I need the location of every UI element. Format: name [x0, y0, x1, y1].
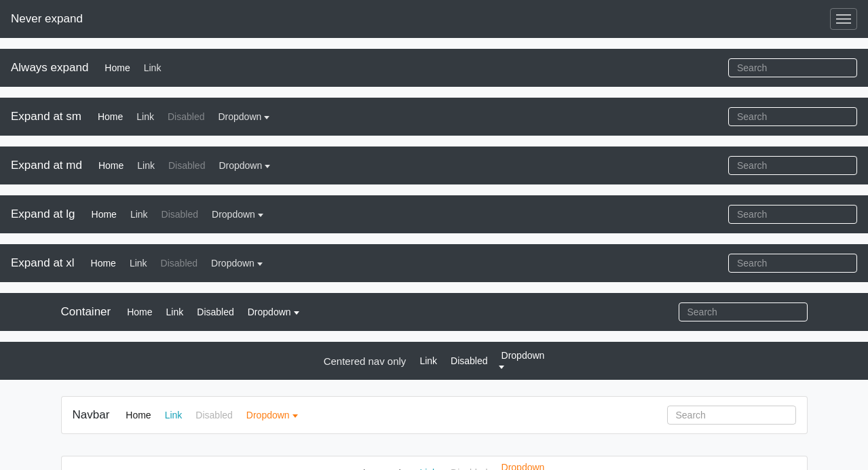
- navbar-light-wrapper: Navbar Home Link Disabled Dropdown: [61, 396, 808, 434]
- navbar-expand-lg-right: [728, 205, 857, 224]
- toggler-line: [836, 22, 851, 24]
- navbar-light-nav: Home Link Disabled Dropdown: [120, 410, 666, 420]
- nav-item-dropdown: Dropdown: [496, 350, 545, 372]
- nav-link-dropdown[interactable]: Dropdown: [242, 302, 305, 321]
- nav-item-home: Home: [121, 307, 157, 317]
- nav-link-home[interactable]: Home: [93, 156, 129, 175]
- navbar-centered-dark: Centered nav only Link Disabled Dropdown: [0, 342, 868, 380]
- nav-link-disabled: Disabled: [155, 254, 203, 273]
- nav-link-dropdown[interactable]: Dropdown: [496, 346, 545, 376]
- nav-link-dropdown[interactable]: Dropdown: [206, 205, 269, 224]
- nav-link-disabled: Disabled: [445, 463, 493, 470]
- nav-link-home[interactable]: Home: [86, 254, 121, 273]
- spacer-5: [0, 233, 868, 244]
- nav-link-dropdown[interactable]: Dropdown: [496, 458, 545, 470]
- nav-link-home[interactable]: Home: [121, 302, 157, 321]
- nav-link-link[interactable]: Link: [132, 156, 160, 175]
- navbar-light-brand: Navbar: [73, 408, 110, 422]
- navbar-light-right: [667, 406, 796, 425]
- navbar-expand-lg-brand: Expand at lg: [11, 208, 75, 221]
- toggler-line: [836, 14, 851, 16]
- nav-link-link[interactable]: Link: [161, 302, 189, 321]
- search-input-light[interactable]: [667, 406, 796, 425]
- nav-item-home: Home: [92, 111, 128, 122]
- navbar-expand-sm-right: [728, 107, 857, 126]
- nav-link-dropdown[interactable]: Dropdown: [213, 156, 276, 175]
- nav-link-dropdown[interactable]: Dropdown: [212, 107, 275, 126]
- nav-item-disabled: Disabled: [191, 307, 239, 317]
- nav-item-link: Link: [414, 355, 442, 366]
- nav-link-link[interactable]: Link: [159, 406, 188, 425]
- nav-item-disabled: Disabled: [162, 111, 210, 122]
- search-input-expand-sm[interactable]: [728, 107, 857, 126]
- search-input-always-expand[interactable]: [728, 58, 857, 77]
- nav-link-link[interactable]: Link: [131, 107, 159, 126]
- light-navbar-section: Navbar Home Link Disabled Dropdown: [0, 391, 868, 439]
- nav-link-disabled: Disabled: [162, 107, 210, 126]
- navbar-expand-md-right: [728, 156, 857, 175]
- spacer-6: [0, 282, 868, 293]
- navbar-expand-sm: Expand at sm Home Link Disabled Dropdown: [0, 98, 868, 136]
- nav-link-disabled: Disabled: [191, 302, 239, 321]
- navbar-container-nav: Home Link Disabled Dropdown: [121, 307, 678, 317]
- nav-item-link: Link: [132, 160, 160, 171]
- nav-link-link[interactable]: Link: [124, 254, 153, 273]
- nav-item-link: Link: [131, 111, 159, 122]
- nav-link-dropdown[interactable]: Dropdown: [206, 254, 268, 273]
- nav-link-home[interactable]: Home: [99, 58, 135, 77]
- toggler-line: [836, 18, 851, 20]
- nav-link-link[interactable]: Link: [138, 58, 167, 77]
- navbar-expand-sm-nav: Home Link Disabled Dropdown: [92, 111, 728, 122]
- navbar-expand-xl: Expand at xl Home Link Disabled Dropdown: [0, 244, 868, 282]
- nav-link-dropdown[interactable]: Dropdown: [241, 406, 303, 425]
- navbar-always-expand-brand: Always expand: [11, 61, 88, 75]
- navbar-light-centered-nav: Link Disabled Dropdown: [414, 462, 544, 470]
- nav-item-link: Link: [125, 209, 153, 220]
- nav-item-link: Link: [161, 307, 189, 317]
- nav-item-dropdown: Dropdown: [242, 307, 305, 317]
- navbar-light-centered-wrapper: Centered nav only Link Disabled Dropdown: [61, 456, 808, 470]
- nav-link-disabled: Disabled: [156, 205, 204, 224]
- search-input-expand-xl[interactable]: [728, 254, 857, 273]
- navbar-expand-lg-nav: Home Link Disabled Dropdown: [86, 209, 728, 220]
- light-centered-navbar-section: Centered nav only Link Disabled Dropdown: [0, 450, 868, 470]
- spacer-1: [0, 38, 868, 49]
- nav-item-dropdown: Dropdown: [496, 462, 545, 470]
- nav-item-link: Link: [124, 258, 153, 269]
- nav-link-home[interactable]: Home: [92, 107, 128, 126]
- nav-item-link: Link: [414, 467, 442, 470]
- navbar-expand-md-nav: Home Link Disabled Dropdown: [93, 160, 728, 171]
- search-input-expand-lg[interactable]: [728, 205, 857, 224]
- navbar-toggler[interactable]: [830, 8, 857, 30]
- nav-item-home: Home: [86, 209, 122, 220]
- navbar-never-expand-brand: Never expand: [11, 12, 83, 26]
- search-input-expand-md[interactable]: [728, 156, 857, 175]
- nav-item-home: Home: [120, 410, 156, 420]
- nav-link-home[interactable]: Home: [86, 205, 122, 224]
- spacer-2: [0, 87, 868, 98]
- nav-item-disabled: Disabled: [445, 467, 493, 470]
- nav-item-disabled: Disabled: [445, 355, 493, 366]
- nav-link-link[interactable]: Link: [414, 351, 442, 370]
- navbar-always-expand: Always expand Home Link: [0, 49, 868, 87]
- spacer-9: [0, 439, 868, 450]
- navbar-always-expand-right: [728, 58, 857, 77]
- navbar-expand-xl-nav: Home Link Disabled Dropdown: [86, 258, 728, 269]
- navbar-expand-xl-brand: Expand at xl: [11, 256, 75, 270]
- nav-item-disabled: Disabled: [156, 209, 204, 220]
- navbar-container-brand: Container: [61, 305, 111, 319]
- nav-link-disabled: Disabled: [190, 406, 238, 425]
- nav-item-dropdown: Dropdown: [206, 258, 268, 269]
- navbar-container-inner: Container Home Link Disabled Dropdown: [61, 302, 808, 321]
- nav-item-home: Home: [93, 160, 129, 171]
- nav-link-home[interactable]: Home: [120, 406, 156, 425]
- nav-link-link[interactable]: Link: [414, 463, 442, 470]
- navbar-expand-sm-brand: Expand at sm: [11, 110, 81, 123]
- navbar-expand-xl-right: [728, 254, 857, 273]
- spacer-7: [0, 331, 868, 342]
- nav-item-home: Home: [86, 258, 121, 269]
- navbar-never-expand: Never expand: [0, 0, 868, 38]
- nav-link-link[interactable]: Link: [125, 205, 153, 224]
- search-input-container[interactable]: [679, 302, 808, 321]
- navbar-container-right: [679, 302, 808, 321]
